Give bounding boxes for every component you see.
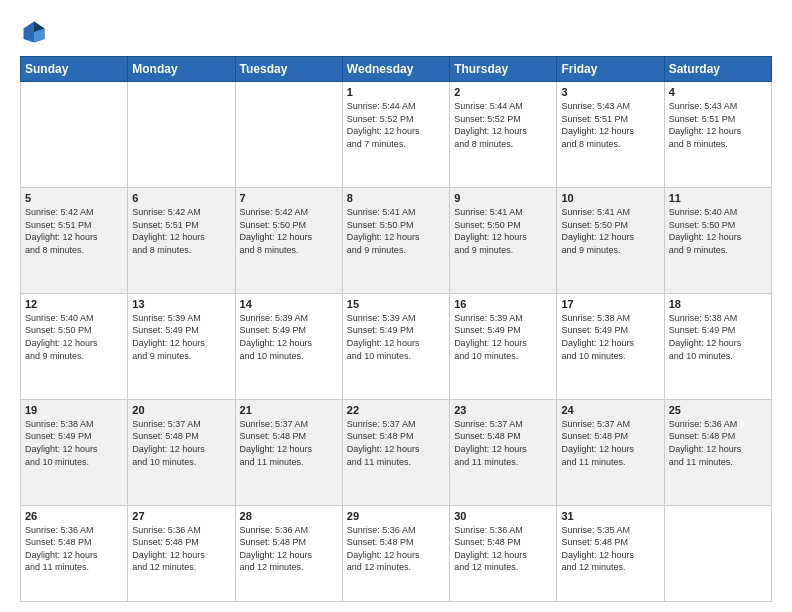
day-number: 11 [669, 192, 767, 204]
calendar-table: SundayMondayTuesdayWednesdayThursdayFrid… [20, 56, 772, 602]
calendar-cell: 29Sunrise: 5:36 AM Sunset: 5:48 PM Dayli… [342, 505, 449, 601]
day-number: 16 [454, 298, 552, 310]
calendar-cell: 5Sunrise: 5:42 AM Sunset: 5:51 PM Daylig… [21, 187, 128, 293]
calendar-cell [128, 82, 235, 188]
day-number: 31 [561, 510, 659, 522]
day-info: Sunrise: 5:41 AM Sunset: 5:50 PM Dayligh… [347, 206, 445, 256]
day-number: 14 [240, 298, 338, 310]
weekday-header-friday: Friday [557, 57, 664, 82]
day-number: 19 [25, 404, 123, 416]
calendar-cell: 30Sunrise: 5:36 AM Sunset: 5:48 PM Dayli… [450, 505, 557, 601]
calendar-cell: 2Sunrise: 5:44 AM Sunset: 5:52 PM Daylig… [450, 82, 557, 188]
calendar-cell: 22Sunrise: 5:37 AM Sunset: 5:48 PM Dayli… [342, 399, 449, 505]
day-info: Sunrise: 5:37 AM Sunset: 5:48 PM Dayligh… [454, 418, 552, 468]
day-info: Sunrise: 5:43 AM Sunset: 5:51 PM Dayligh… [669, 100, 767, 150]
calendar-cell: 17Sunrise: 5:38 AM Sunset: 5:49 PM Dayli… [557, 293, 664, 399]
day-number: 25 [669, 404, 767, 416]
calendar-cell: 1Sunrise: 5:44 AM Sunset: 5:52 PM Daylig… [342, 82, 449, 188]
day-info: Sunrise: 5:43 AM Sunset: 5:51 PM Dayligh… [561, 100, 659, 150]
day-number: 29 [347, 510, 445, 522]
weekday-header-tuesday: Tuesday [235, 57, 342, 82]
calendar-cell: 10Sunrise: 5:41 AM Sunset: 5:50 PM Dayli… [557, 187, 664, 293]
calendar-cell: 31Sunrise: 5:35 AM Sunset: 5:48 PM Dayli… [557, 505, 664, 601]
page: SundayMondayTuesdayWednesdayThursdayFrid… [0, 0, 792, 612]
weekday-header-sunday: Sunday [21, 57, 128, 82]
calendar-cell: 21Sunrise: 5:37 AM Sunset: 5:48 PM Dayli… [235, 399, 342, 505]
day-number: 1 [347, 86, 445, 98]
day-number: 27 [132, 510, 230, 522]
logo [20, 18, 52, 46]
weekday-header-saturday: Saturday [664, 57, 771, 82]
day-info: Sunrise: 5:37 AM Sunset: 5:48 PM Dayligh… [240, 418, 338, 468]
calendar-cell [21, 82, 128, 188]
day-info: Sunrise: 5:36 AM Sunset: 5:48 PM Dayligh… [347, 524, 445, 574]
day-info: Sunrise: 5:39 AM Sunset: 5:49 PM Dayligh… [347, 312, 445, 362]
logo-icon [20, 18, 48, 46]
calendar-cell: 16Sunrise: 5:39 AM Sunset: 5:49 PM Dayli… [450, 293, 557, 399]
day-number: 20 [132, 404, 230, 416]
day-info: Sunrise: 5:38 AM Sunset: 5:49 PM Dayligh… [25, 418, 123, 468]
day-info: Sunrise: 5:40 AM Sunset: 5:50 PM Dayligh… [25, 312, 123, 362]
calendar-cell: 13Sunrise: 5:39 AM Sunset: 5:49 PM Dayli… [128, 293, 235, 399]
day-info: Sunrise: 5:35 AM Sunset: 5:48 PM Dayligh… [561, 524, 659, 574]
calendar-cell: 23Sunrise: 5:37 AM Sunset: 5:48 PM Dayli… [450, 399, 557, 505]
day-info: Sunrise: 5:39 AM Sunset: 5:49 PM Dayligh… [240, 312, 338, 362]
day-number: 3 [561, 86, 659, 98]
week-row-1: 1Sunrise: 5:44 AM Sunset: 5:52 PM Daylig… [21, 82, 772, 188]
day-info: Sunrise: 5:42 AM Sunset: 5:51 PM Dayligh… [25, 206, 123, 256]
day-info: Sunrise: 5:36 AM Sunset: 5:48 PM Dayligh… [25, 524, 123, 574]
day-info: Sunrise: 5:39 AM Sunset: 5:49 PM Dayligh… [132, 312, 230, 362]
day-number: 9 [454, 192, 552, 204]
day-number: 8 [347, 192, 445, 204]
day-number: 7 [240, 192, 338, 204]
day-number: 15 [347, 298, 445, 310]
day-info: Sunrise: 5:41 AM Sunset: 5:50 PM Dayligh… [454, 206, 552, 256]
calendar-cell [235, 82, 342, 188]
day-number: 2 [454, 86, 552, 98]
day-info: Sunrise: 5:38 AM Sunset: 5:49 PM Dayligh… [561, 312, 659, 362]
calendar-cell: 6Sunrise: 5:42 AM Sunset: 5:51 PM Daylig… [128, 187, 235, 293]
day-number: 4 [669, 86, 767, 98]
calendar-cell [664, 505, 771, 601]
day-info: Sunrise: 5:36 AM Sunset: 5:48 PM Dayligh… [132, 524, 230, 574]
calendar-cell: 15Sunrise: 5:39 AM Sunset: 5:49 PM Dayli… [342, 293, 449, 399]
week-row-4: 19Sunrise: 5:38 AM Sunset: 5:49 PM Dayli… [21, 399, 772, 505]
calendar-cell: 20Sunrise: 5:37 AM Sunset: 5:48 PM Dayli… [128, 399, 235, 505]
day-number: 12 [25, 298, 123, 310]
week-row-5: 26Sunrise: 5:36 AM Sunset: 5:48 PM Dayli… [21, 505, 772, 601]
calendar-cell: 3Sunrise: 5:43 AM Sunset: 5:51 PM Daylig… [557, 82, 664, 188]
calendar-cell: 14Sunrise: 5:39 AM Sunset: 5:49 PM Dayli… [235, 293, 342, 399]
header [20, 18, 772, 46]
weekday-header-wednesday: Wednesday [342, 57, 449, 82]
weekday-header-monday: Monday [128, 57, 235, 82]
calendar-cell: 27Sunrise: 5:36 AM Sunset: 5:48 PM Dayli… [128, 505, 235, 601]
day-info: Sunrise: 5:36 AM Sunset: 5:48 PM Dayligh… [669, 418, 767, 468]
day-number: 24 [561, 404, 659, 416]
calendar-cell: 11Sunrise: 5:40 AM Sunset: 5:50 PM Dayli… [664, 187, 771, 293]
weekday-header-row: SundayMondayTuesdayWednesdayThursdayFrid… [21, 57, 772, 82]
day-info: Sunrise: 5:36 AM Sunset: 5:48 PM Dayligh… [454, 524, 552, 574]
day-number: 23 [454, 404, 552, 416]
week-row-3: 12Sunrise: 5:40 AM Sunset: 5:50 PM Dayli… [21, 293, 772, 399]
calendar-cell: 28Sunrise: 5:36 AM Sunset: 5:48 PM Dayli… [235, 505, 342, 601]
calendar-cell: 4Sunrise: 5:43 AM Sunset: 5:51 PM Daylig… [664, 82, 771, 188]
calendar-cell: 24Sunrise: 5:37 AM Sunset: 5:48 PM Dayli… [557, 399, 664, 505]
day-info: Sunrise: 5:42 AM Sunset: 5:50 PM Dayligh… [240, 206, 338, 256]
calendar-cell: 9Sunrise: 5:41 AM Sunset: 5:50 PM Daylig… [450, 187, 557, 293]
day-number: 17 [561, 298, 659, 310]
calendar-cell: 8Sunrise: 5:41 AM Sunset: 5:50 PM Daylig… [342, 187, 449, 293]
calendar-cell: 19Sunrise: 5:38 AM Sunset: 5:49 PM Dayli… [21, 399, 128, 505]
calendar-cell: 26Sunrise: 5:36 AM Sunset: 5:48 PM Dayli… [21, 505, 128, 601]
day-number: 10 [561, 192, 659, 204]
day-info: Sunrise: 5:44 AM Sunset: 5:52 PM Dayligh… [454, 100, 552, 150]
day-info: Sunrise: 5:37 AM Sunset: 5:48 PM Dayligh… [132, 418, 230, 468]
day-number: 18 [669, 298, 767, 310]
day-info: Sunrise: 5:41 AM Sunset: 5:50 PM Dayligh… [561, 206, 659, 256]
day-info: Sunrise: 5:36 AM Sunset: 5:48 PM Dayligh… [240, 524, 338, 574]
day-number: 22 [347, 404, 445, 416]
day-info: Sunrise: 5:37 AM Sunset: 5:48 PM Dayligh… [561, 418, 659, 468]
day-number: 13 [132, 298, 230, 310]
day-info: Sunrise: 5:42 AM Sunset: 5:51 PM Dayligh… [132, 206, 230, 256]
day-info: Sunrise: 5:39 AM Sunset: 5:49 PM Dayligh… [454, 312, 552, 362]
day-info: Sunrise: 5:44 AM Sunset: 5:52 PM Dayligh… [347, 100, 445, 150]
